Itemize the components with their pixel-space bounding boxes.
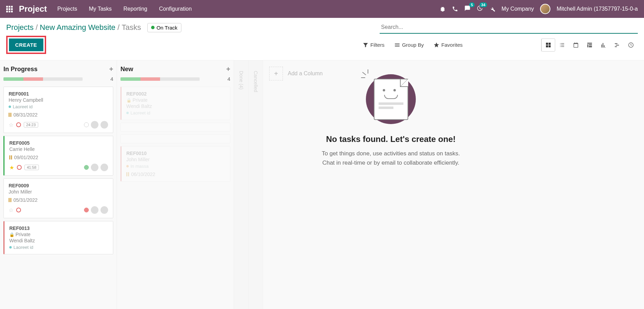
task-footer: ★41:58	[9, 164, 108, 171]
smiley-icon[interactable]	[91, 164, 98, 171]
pause-icon	[9, 155, 12, 159]
groupby-button[interactable]: Group By	[394, 42, 424, 48]
phone-icon[interactable]	[452, 6, 458, 12]
pause-icon	[9, 198, 11, 202]
project-status-pill[interactable]: On Track	[147, 23, 181, 32]
status-label: On Track	[157, 25, 178, 31]
column-new: New + 4 REF0002🔒PrivateWendi BaltzLaoree…	[117, 60, 234, 309]
view-switcher	[541, 38, 638, 52]
activities-icon[interactable]: 34	[477, 5, 483, 13]
task-ref: REF0001	[9, 91, 108, 97]
user-name[interactable]: Mitchell Admin (17357797-15-0-a	[557, 6, 638, 12]
status-circle[interactable]	[84, 165, 89, 170]
messages-icon[interactable]: 5	[464, 5, 471, 13]
add-column-button[interactable]: +	[269, 67, 283, 80]
task-card[interactable]	[120, 134, 230, 143]
create-highlight: CREATE	[6, 36, 46, 54]
column-title[interactable]: New	[120, 66, 133, 73]
task-card[interactable]	[120, 123, 230, 132]
column-progress[interactable]	[120, 77, 200, 81]
view-gantt[interactable]	[610, 38, 624, 52]
column-progress[interactable]	[3, 77, 83, 81]
view-kanban[interactable]	[541, 38, 555, 52]
nav-reporting[interactable]: Reporting	[124, 6, 147, 12]
folded-column-done[interactable]: Done (4)	[234, 60, 249, 309]
clock-icon[interactable]	[17, 165, 22, 170]
status-circle[interactable]	[84, 122, 89, 127]
star-toggle[interactable]: ☆	[9, 122, 13, 128]
tag-dot-icon	[9, 106, 11, 108]
smiley-icon[interactable]	[91, 121, 98, 129]
view-pivot[interactable]	[583, 38, 597, 52]
task-card[interactable]: REF0010John MillerIn massa06/10/2022	[120, 146, 230, 181]
create-button[interactable]: CREATE	[9, 38, 43, 51]
task-card[interactable]: REF0009John Miller05/31/2022☆	[3, 178, 113, 218]
task-ref: REF0013	[9, 225, 108, 231]
tag-dot-icon	[9, 246, 12, 249]
smiley-icon[interactable]	[91, 206, 98, 214]
add-column-label[interactable]: Add a Column	[288, 70, 323, 77]
task-tag: In massa	[126, 164, 149, 169]
search-options: Filters Group By Favorites	[362, 38, 638, 52]
column-count: 4	[110, 76, 113, 82]
column-title[interactable]: In Progress	[3, 66, 38, 73]
lock-icon: 🔒	[126, 98, 131, 103]
crumb-project-name[interactable]: New Amazing Website	[40, 23, 116, 32]
breadcrumb-row: Projects / New Amazing Website / Tasks O…	[0, 18, 644, 36]
apps-icon[interactable]	[6, 6, 13, 12]
user-avatar[interactable]	[540, 4, 550, 14]
task-card[interactable]: REF0002🔒PrivateWendi BaltzLaoreet id	[120, 87, 230, 120]
star-icon	[433, 42, 440, 48]
company-name[interactable]: My Company	[502, 6, 534, 12]
assignee-avatar[interactable]	[101, 164, 108, 171]
crumb-projects[interactable]: Projects	[6, 23, 33, 32]
clock-icon[interactable]	[16, 122, 21, 127]
view-calendar[interactable]	[569, 38, 583, 52]
folded-column-cancelled[interactable]: Cancelled	[249, 60, 263, 309]
activities-badge: 34	[479, 2, 487, 7]
filters-button[interactable]: Filters	[362, 42, 384, 48]
star-toggle[interactable]: ★	[9, 164, 14, 171]
column-add-icon[interactable]: +	[226, 65, 230, 73]
status-circle[interactable]	[84, 208, 89, 212]
view-activity[interactable]	[624, 38, 638, 52]
breadcrumb: Projects / New Amazing Website / Tasks	[6, 23, 141, 32]
task-ref: REF0009	[9, 183, 108, 188]
column-add-icon[interactable]: +	[109, 65, 113, 73]
clock-icon[interactable]	[16, 208, 21, 212]
task-card[interactable]: REF0001Henry CampbellLaoreet id08/31/202…	[3, 87, 113, 133]
funnel-icon	[362, 42, 369, 48]
task-ref: REF0010	[126, 151, 225, 156]
search-input[interactable]	[380, 21, 638, 34]
nav-configuration[interactable]: Configuration	[159, 6, 192, 12]
favorites-button[interactable]: Favorites	[433, 42, 463, 48]
task-date: 06/10/2022	[126, 172, 225, 177]
assignee-avatar[interactable]	[101, 206, 108, 214]
lines-icon	[394, 42, 400, 48]
column-in-progress: In Progress + 4 REF0001Henry CampbellLao…	[0, 60, 117, 309]
messages-badge: 5	[469, 2, 475, 7]
task-person: John Miller	[126, 157, 225, 162]
bug-icon[interactable]	[440, 6, 446, 12]
lock-icon: 🔒	[9, 232, 14, 237]
nav-my-tasks[interactable]: My Tasks	[89, 6, 112, 12]
app-brand[interactable]: Project	[19, 4, 47, 14]
task-ref: REF0005	[9, 140, 108, 146]
task-footer: ☆	[9, 206, 108, 214]
task-date: 08/31/2022	[9, 112, 108, 118]
assignee-avatar[interactable]	[101, 121, 108, 129]
star-toggle[interactable]: ☆	[9, 207, 13, 213]
task-tag: Laoreet id	[9, 245, 33, 250]
kanban-board: In Progress + 4 REF0001Henry CampbellLao…	[0, 60, 644, 309]
top-nav: Project Projects My Tasks Reporting Conf…	[0, 0, 644, 18]
task-person: Carrie Helle	[9, 146, 108, 152]
task-person: Henry Campbell	[9, 97, 108, 103]
task-person: Wendi Baltz	[126, 103, 225, 109]
view-graph[interactable]	[597, 38, 610, 52]
view-list[interactable]	[555, 38, 569, 52]
nav-projects[interactable]: Projects	[57, 6, 77, 12]
task-person: Wendi Baltz	[9, 238, 108, 243]
task-card[interactable]: REF0013🔒PrivateWendi BaltzLaoreet id	[3, 221, 113, 254]
task-card[interactable]: REF0005Carrie Helle09/01/2022★41:58	[3, 136, 113, 176]
tools-icon[interactable]	[489, 6, 495, 12]
